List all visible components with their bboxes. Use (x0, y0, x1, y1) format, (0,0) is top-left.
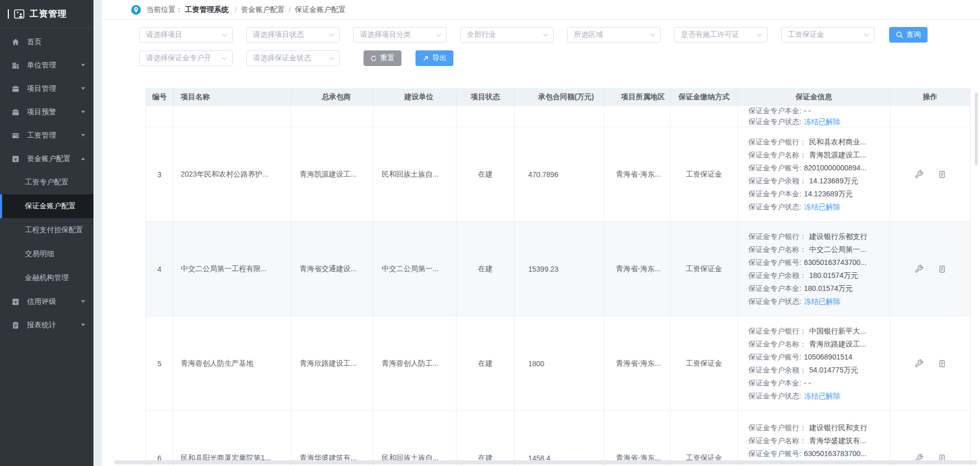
briefcase-icon (11, 85, 20, 93)
deposit-status-link[interactable]: 冻结已解除 (804, 297, 840, 305)
select-project-category[interactable]: 请选择项目分类 (353, 27, 447, 43)
table-header-method: 保证金缴纳方式 (670, 89, 738, 105)
select-deposit-type[interactable]: 工资保证金 (781, 27, 875, 43)
sidebar-item-unit-management[interactable]: 单位管理 (0, 54, 93, 77)
cell-num: 4 (146, 222, 173, 316)
sidebar-item-project-warning[interactable]: 项目预警 (0, 100, 93, 124)
document-icon[interactable] (938, 170, 946, 179)
svg-text:¥: ¥ (14, 156, 17, 162)
table-header-deposit-info: 保证金信息 (738, 89, 890, 105)
search-button[interactable]: 查询 (889, 27, 928, 43)
sidebar-item-home[interactable]: 首页 (0, 30, 93, 54)
sidebar-item-report-statistics[interactable]: 报表统计 (0, 313, 93, 337)
table-header-actions: 操作 (890, 89, 970, 105)
sidebar-subitem-wage-special-account[interactable]: 工资专户配置 (0, 170, 93, 194)
cell-contractor: 青海省交通建设... (291, 222, 373, 316)
breadcrumb-item-deposit-account[interactable]: 保证金账户配置 (295, 5, 346, 15)
select-value: 请选择保证金状态 (253, 54, 311, 63)
yen-square-icon: ¥ (11, 155, 20, 163)
sidebar-subitem-deposit-account-config[interactable]: 保证金账户配置 (0, 194, 93, 218)
wallet-icon (11, 131, 20, 140)
sidebar-item-credit-rating[interactable]: ¥ 信用评级 (0, 290, 93, 313)
sidebar-item-label: 首页 (27, 37, 42, 47)
chevron-down-icon (757, 32, 762, 37)
cell-contractor: 青海欣路建设工... (291, 316, 373, 410)
sidebar-content-gutter (93, 0, 102, 466)
export-arrow-icon (422, 55, 429, 62)
cell-amount: 15399.23 (515, 222, 605, 316)
reset-button[interactable]: 重置 (364, 50, 401, 66)
reset-button-label: 重置 (380, 54, 395, 63)
table-row: 4 中交二公局第一工程有限... 青海省交通建设... 中交二公局第一... 在… (146, 222, 970, 316)
deposit-status-link[interactable]: 冻结已解除 (804, 117, 840, 126)
deposit-info: 保证金专户银行：中国银行新平大... 保证金专户名称：青海欣路建设工... 保证… (748, 316, 890, 410)
sidebar-subitem-label: 保证金账户配置 (25, 202, 76, 211)
sidebar-item-label: 信用评级 (27, 297, 56, 307)
horizontal-scrollbar[interactable] (114, 460, 977, 464)
cell-method: 工资保证金 (670, 127, 738, 221)
briefcase-alert-icon (11, 108, 20, 116)
select-deposit-account-bank[interactable]: 请选择保证金专户开 (139, 50, 233, 66)
breadcrumb-item-fund-account[interactable]: 资金账户配置 (241, 5, 285, 15)
table-header-region: 项目所属地区 (605, 89, 670, 105)
select-deposit-status[interactable]: 请选择保证金状态 (246, 50, 340, 66)
select-construction-permit[interactable]: 是否有施工许可证 (674, 27, 768, 43)
sidebar-subitem-label: 工资专户配置 (25, 178, 69, 187)
cell-contractor: 青海凯源建设工... (291, 127, 373, 221)
cell-method: 工资保证金 (670, 316, 738, 410)
cell-status: 在建 (457, 316, 515, 410)
sidebar-item-label: 项目预警 (27, 108, 56, 117)
wrench-icon[interactable] (915, 264, 923, 273)
document-icon[interactable] (938, 360, 946, 368)
table-header-status: 项目状态 (457, 89, 515, 105)
cell-num: 6 (146, 411, 173, 466)
cell-region: 青海省-海东... (605, 316, 670, 410)
select-value: 请选择项目状态 (253, 30, 304, 39)
sidebar-item-wage-management[interactable]: 工资管理 (0, 124, 93, 147)
sidebar-subitem-project-payment-guarantee[interactable]: 工程支付担保配置 (0, 218, 93, 242)
export-button[interactable]: 导出 (415, 50, 453, 66)
cell-project-name: 2023年民和农村公路养护... (173, 127, 291, 221)
vertical-scrollbar-thumb[interactable] (975, 92, 978, 165)
cell-region: 青海省-海东... (605, 222, 670, 316)
table-header-amount: 承包合同额(万元) (515, 89, 605, 105)
select-region[interactable]: 所选区域 (567, 27, 661, 43)
cell-builder: 民和回族土族自... (373, 411, 457, 466)
cell-region: 青海省-海东... (605, 411, 670, 466)
svg-text:¥: ¥ (15, 300, 17, 304)
select-value: 请选择保证金专户开 (146, 54, 211, 63)
wrench-icon[interactable] (915, 170, 923, 179)
chevron-down-icon (81, 300, 85, 303)
select-project[interactable]: 请选择项目 (139, 27, 233, 43)
table-header-builder: 建设单位 (373, 89, 457, 105)
document-icon[interactable] (938, 265, 946, 273)
sidebar-item-label: 单位管理 (27, 61, 56, 70)
deposit-status-link[interactable]: 冻结已解除 (804, 203, 840, 211)
cell-num: 3 (146, 127, 173, 221)
breadcrumb-root[interactable]: 工资管理系统 (185, 5, 229, 15)
sidebar-item-project-management[interactable]: 项目管理 (0, 77, 93, 100)
select-project-status[interactable]: 请选择项目状态 (246, 27, 340, 43)
sidebar-item-label: 资金账户配置 (27, 154, 71, 164)
search-icon (896, 31, 903, 38)
chevron-down-icon (329, 32, 334, 37)
chevron-up-icon (81, 157, 85, 160)
sidebar-item-fund-account-config[interactable]: ¥ 资金账户配置 (0, 147, 93, 170)
location-pin-icon (131, 5, 141, 15)
select-industry[interactable]: 全部行业 (460, 27, 554, 43)
table-row: 保证金专户本金:- - 保证金专户状态:冻结已解除 (146, 105, 970, 127)
sidebar-subitem-transaction-detail[interactable]: 交易明细 (0, 242, 93, 266)
deposit-status-link[interactable]: 冻结已解除 (804, 392, 840, 400)
home-icon (11, 38, 20, 46)
chevron-down-icon (650, 32, 655, 37)
wrench-icon[interactable] (915, 359, 923, 368)
sidebar-subitem-financial-institution[interactable]: 金融机构管理 (0, 266, 93, 290)
select-value: 所选区域 (574, 30, 603, 39)
sidebar-subitem-label: 金融机构管理 (25, 273, 69, 283)
deposit-info: 保证金专户银行：建设银行乐都支行 保证金专户名称：中交二公局第一... 保证金专… (748, 222, 890, 316)
cell-amount: 1458.4 (515, 411, 605, 466)
cell-method: 工资保证金 (670, 411, 738, 466)
sidebar-item-label: 项目管理 (27, 84, 56, 94)
refresh-icon (370, 55, 377, 62)
select-value: 是否有施工许可证 (681, 30, 739, 39)
